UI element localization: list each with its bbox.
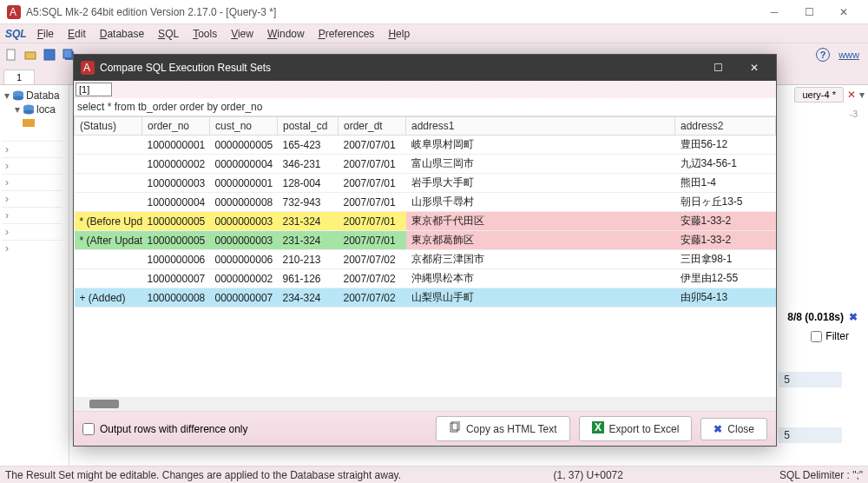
cell[interactable]: 231-324 (278, 212, 339, 231)
open-file-icon[interactable] (23, 47, 38, 63)
close-result-icon[interactable]: ✖ (849, 311, 858, 323)
new-file-icon[interactable] (3, 47, 19, 63)
cell[interactable]: 0000000004 (210, 155, 278, 174)
dialog-close-button[interactable]: ✕ (736, 55, 773, 81)
menu-edit[interactable]: Edit (61, 26, 93, 42)
col-1[interactable]: order_no (142, 117, 210, 136)
dialog-maximize-button[interactable]: ☐ (700, 55, 736, 81)
close-tab-icon[interactable]: ✕ (847, 89, 856, 101)
horizontal-scrollbar[interactable] (74, 397, 776, 411)
menu-view[interactable]: View (224, 26, 260, 42)
cell[interactable]: 三田拿98-1 (675, 250, 776, 269)
tree-root[interactable]: Databa (26, 89, 60, 102)
table-row[interactable]: 10000000060000000006210-2132007/07/02京都府… (75, 250, 776, 269)
cell[interactable]: 富山県三岡市 (406, 155, 675, 174)
filter-checkbox[interactable] (811, 331, 822, 342)
cell[interactable]: 2007/07/02 (339, 269, 406, 288)
table-row[interactable]: * (Before Upd.10000000050000000003231-32… (75, 212, 776, 231)
cell[interactable]: 0000000007 (210, 288, 278, 308)
panel-chevron[interactable]: › (2, 207, 62, 223)
table-row[interactable]: 10000000070000000002961-1262007/07/02沖縄県… (75, 269, 776, 288)
cell[interactable]: 東京都葛飾区 (406, 231, 675, 250)
table-row[interactable]: * (After Updat10000000050000000003231-32… (75, 231, 776, 250)
menu-preferences[interactable]: Preferences (312, 26, 382, 42)
menu-database[interactable]: Database (93, 26, 151, 42)
cell[interactable]: 1000000001 (142, 136, 210, 155)
cell[interactable]: 2007/07/01 (339, 231, 406, 250)
cell[interactable]: 熊田1-4 (675, 174, 776, 193)
cell[interactable]: 豊田56-12 (675, 136, 776, 155)
cell[interactable]: 2007/07/02 (339, 288, 406, 308)
col-4[interactable]: order_dt (339, 117, 406, 136)
cell[interactable] (75, 250, 142, 269)
cell[interactable]: 伊里由12-55 (675, 269, 776, 288)
tab-menu-icon[interactable]: ▾ (859, 89, 865, 101)
cell[interactable]: 2007/07/01 (339, 155, 406, 174)
cell[interactable]: 0000000008 (210, 193, 278, 212)
cell[interactable] (75, 155, 142, 174)
cell[interactable]: 朝日ヶ丘13-5 (675, 193, 776, 212)
panel-chevron[interactable]: › (2, 141, 62, 157)
cell[interactable]: 1000000006 (142, 250, 210, 269)
cell[interactable]: 1000000002 (142, 155, 210, 174)
maximize-button[interactable]: ☐ (792, 0, 826, 24)
menu-file[interactable]: FFileile (30, 26, 61, 42)
tab-1[interactable]: 1 (3, 69, 35, 84)
cell[interactable]: 732-943 (278, 193, 339, 212)
menu-help[interactable]: Help (381, 26, 417, 42)
cell[interactable]: 山形県千尋村 (406, 193, 675, 212)
diff-only-checkbox[interactable] (82, 423, 95, 435)
col-5[interactable]: address1 (406, 117, 675, 136)
cell[interactable]: 231-324 (278, 231, 339, 250)
minimize-button[interactable]: ─ (757, 0, 792, 24)
cell[interactable]: + (Added) (75, 288, 142, 308)
table-row[interactable]: 10000000030000000001128-0042007/07/01岩手県… (75, 174, 776, 193)
panel-chevron[interactable]: › (2, 240, 62, 256)
cell[interactable]: 岩手県大手町 (406, 174, 675, 193)
cell[interactable]: 由卯54-13 (675, 288, 776, 308)
cell[interactable]: * (After Updat (75, 231, 142, 250)
save-icon[interactable] (42, 47, 57, 63)
cell[interactable]: 1000000008 (142, 288, 210, 308)
table-row[interactable]: 10000000010000000005165-4232007/07/01岐阜県… (75, 136, 776, 155)
cell[interactable]: 0000000001 (210, 174, 278, 193)
panel-chevron[interactable]: › (2, 223, 62, 240)
table-row[interactable]: 10000000040000000008732-9432007/07/01山形県… (75, 193, 776, 212)
cell[interactable] (75, 269, 142, 288)
cell[interactable] (75, 193, 142, 212)
tree-local[interactable]: loca (36, 103, 56, 116)
cell[interactable]: 1000000003 (142, 174, 210, 193)
cell[interactable]: 1000000005 (142, 212, 210, 231)
cell[interactable] (75, 136, 142, 155)
col-6[interactable]: address2 (675, 117, 776, 136)
cell[interactable]: 2007/07/01 (339, 212, 406, 231)
cell[interactable]: 安藤1-33-2 (675, 212, 776, 231)
cell[interactable]: 京都府三津国市 (406, 250, 675, 269)
cell[interactable]: 2007/07/01 (339, 136, 406, 155)
cell[interactable]: 岐阜県村岡町 (406, 136, 675, 155)
cell[interactable]: 0000000003 (210, 212, 278, 231)
cell[interactable]: 1000000007 (142, 269, 210, 288)
cell[interactable]: 安藤1-33-2 (675, 231, 776, 250)
close-dialog-button[interactable]: ✖ Close (700, 418, 767, 440)
cell[interactable]: 961-126 (278, 269, 339, 288)
editor-tab[interactable]: uery-4 * (794, 87, 844, 103)
cell[interactable]: 0000000003 (210, 231, 278, 250)
cell[interactable]: 0000000006 (210, 250, 278, 269)
table-row[interactable]: + (Added)10000000080000000007234-3242007… (75, 288, 776, 308)
cell[interactable]: 東京都千代田区 (406, 212, 675, 231)
cell[interactable]: 沖縄県松本市 (406, 269, 675, 288)
index-input[interactable] (76, 83, 112, 96)
cell[interactable]: * (Before Upd. (75, 212, 142, 231)
cell[interactable]: 山梨県山手町 (406, 288, 675, 308)
tree-panel[interactable]: ▾Databa ▾loca › › › › › › › (0, 85, 69, 466)
dialog-titlebar[interactable]: A Compare SQL Execution Result Sets ☐ ✕ (74, 55, 776, 81)
www-link[interactable]: www (838, 50, 859, 60)
cell[interactable] (75, 174, 142, 193)
copy-html-button[interactable]: Copy as HTML Text (436, 416, 570, 441)
cell[interactable]: 0000000002 (210, 269, 278, 288)
export-excel-button[interactable]: X Export to Excel (579, 416, 693, 441)
panel-chevron[interactable]: › (2, 174, 62, 190)
cell[interactable]: 2007/07/01 (339, 174, 406, 193)
menu-sql[interactable]: SQL (151, 26, 186, 42)
